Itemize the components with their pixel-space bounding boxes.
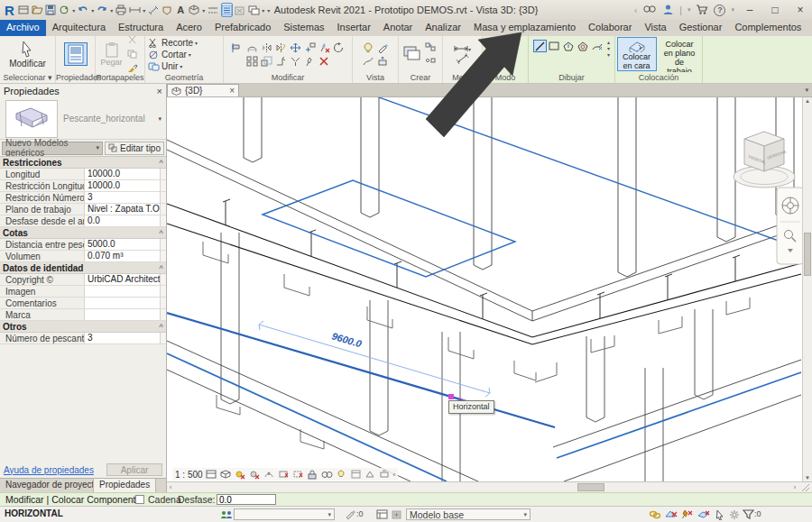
tab-estructura[interactable]: Estructura [112, 20, 170, 36]
undo-icon[interactable] [78, 3, 89, 17]
type-name[interactable]: Pescante_horizontal [63, 114, 158, 124]
visual-style-icon[interactable] [220, 469, 232, 480]
close-hidden-windows-icon[interactable] [235, 3, 246, 17]
thin-lines-icon[interactable] [221, 3, 233, 17]
rendering-dialog-icon[interactable] [263, 469, 275, 480]
unir-button[interactable]: Unir▾ [148, 60, 182, 72]
hide-elements-icon[interactable] [361, 41, 375, 54]
save-icon[interactable] [45, 3, 57, 17]
dimension-text[interactable]: 9600.0 [330, 330, 364, 349]
create-group-icon[interactable] [403, 44, 421, 64]
panel-label-seleccionar[interactable]: Seleccionar ▾ [0, 72, 55, 83]
tab-prefabricado[interactable]: Prefabricado [208, 20, 277, 36]
override-graphics-icon[interactable] [375, 41, 390, 54]
detail-level-icon[interactable] [206, 469, 217, 480]
measure-icon[interactable] [129, 3, 141, 17]
panel-label-modificar[interactable]: Modificar [224, 72, 352, 83]
scroll-left-icon[interactable]: ‹ [170, 482, 171, 492]
property-value[interactable] [84, 309, 161, 320]
scroll-down-icon[interactable]: ▼ [805, 475, 810, 481]
maximize-button[interactable]: □ [765, 2, 785, 18]
active-workset-dropdown[interactable]: ▾ [234, 508, 335, 520]
properties-close-icon[interactable]: × [157, 86, 162, 96]
scroll-right-icon[interactable]: › [794, 482, 796, 492]
draw-rectangle-tool[interactable] [548, 40, 561, 52]
draw-pick-lines-tool[interactable] [591, 40, 604, 52]
property-value[interactable]: Nivel : Zapata T.O [84, 204, 161, 215]
panel-label-portapapeles[interactable]: Portapapeles [96, 72, 144, 83]
tab-archivo[interactable]: Archivo [0, 20, 46, 36]
chain-checkbox[interactable] [135, 495, 144, 504]
copy-icon[interactable] [125, 48, 140, 61]
undo-dropdown-icon[interactable]: ▾ [90, 7, 96, 14]
draw-expand-icon[interactable]: ▾ [607, 52, 610, 59]
design-option-dropdown[interactable]: Modelo base▾ [406, 508, 531, 520]
panel-label-propiedades[interactable]: Propiedades [56, 72, 95, 83]
property-value[interactable]: 10000.0 [84, 180, 161, 191]
temporary-view-properties-icon[interactable] [350, 469, 362, 480]
property-value[interactable]: 3 [84, 333, 161, 343]
horizontal-scroll-thumb[interactable] [577, 483, 604, 491]
section-restricciones[interactable]: Restricciones^ [0, 157, 166, 169]
view-tab-menu-icon[interactable]: ▾ [801, 84, 812, 96]
lock-3d-view-icon[interactable] [307, 469, 318, 480]
section-datos-de-identidad[interactable]: Datos de identidad^ [0, 262, 166, 274]
help-icon[interactable]: ? [714, 5, 725, 16]
constraints-icon[interactable] [379, 469, 391, 480]
cortar-button[interactable]: Cortar▾ [148, 49, 191, 60]
scale-button[interactable]: 1 : 500 [175, 470, 203, 480]
edit-type-button[interactable]: Editar tipo [105, 142, 164, 155]
close-button[interactable]: × [790, 2, 810, 18]
linework-icon[interactable] [361, 54, 375, 68]
colocar-en-plano-button[interactable]: Colocar en plano de trabajo [659, 37, 701, 71]
design-options-icon[interactable] [375, 508, 389, 520]
cargar-familia-icon[interactable] [494, 43, 516, 65]
property-value[interactable]: 10000.0 [84, 169, 161, 179]
resize-grip-icon[interactable] [802, 484, 810, 491]
search-icon[interactable] [642, 4, 657, 17]
vertical-scrollbar[interactable]: ▲ ▼ [802, 97, 812, 481]
print-icon[interactable] [115, 3, 127, 17]
filter-icon[interactable] [742, 508, 755, 520]
tab-complementos[interactable]: Complementos [728, 20, 807, 36]
measure-between-icon[interactable] [456, 53, 470, 64]
worksets-icon[interactable] [219, 508, 233, 520]
property-value[interactable] [84, 298, 161, 308]
match-properties-icon[interactable] [125, 62, 140, 73]
revit-logo-icon[interactable]: R [2, 3, 17, 18]
select-underlay-icon[interactable] [664, 508, 678, 520]
tab-sistemas[interactable]: Sistemas [277, 20, 330, 36]
horizontal-scrollbar[interactable]: ‹ › [167, 481, 812, 492]
chain-label[interactable]: Cadena [148, 494, 181, 505]
search-collapse-icon[interactable]: ‹ [634, 5, 637, 15]
app-store-icon[interactable] [696, 4, 708, 17]
sun-path-off-icon[interactable] [235, 469, 246, 480]
property-value[interactable]: 0.070 m³ [84, 251, 161, 261]
redo-icon[interactable] [97, 3, 108, 17]
panel-label-medir[interactable]: Medir [443, 72, 482, 83]
property-value[interactable]: 5000.0 [84, 239, 161, 250]
selection-settings-icon[interactable] [727, 508, 741, 520]
section-otros[interactable]: Otros^ [0, 321, 166, 333]
panel-label-colocacion[interactable]: Colocación [615, 72, 702, 83]
select-by-face-icon[interactable] [697, 508, 710, 520]
measure-dropdown-icon[interactable]: ▾ [142, 7, 147, 14]
drag-on-selection-icon[interactable] [713, 508, 726, 520]
pegar-button[interactable]: Pegar [100, 41, 122, 67]
draw-scroll-up-icon[interactable]: ▴ [607, 40, 610, 46]
scroll-up-icon[interactable]: ▲ [805, 98, 810, 104]
default-3d-view-icon[interactable] [189, 3, 200, 17]
pin-disabled-icon[interactable] [317, 41, 331, 54]
tab-vista[interactable]: Vista [638, 20, 672, 36]
recorte-button[interactable]: Recorte▾ [148, 37, 198, 49]
draw-scroll-down-icon[interactable]: ▾ [607, 46, 610, 52]
temporary-hide-isolate-icon[interactable] [321, 469, 333, 480]
colocar-en-cara-button[interactable]: Colocar en cara [617, 37, 657, 71]
panel-label-modo[interactable]: Modo [483, 72, 528, 83]
tab-analizar[interactable]: Analizar [419, 20, 467, 36]
minimize-button[interactable]: – [740, 2, 760, 18]
tab-anotar[interactable]: Anotar [377, 20, 419, 36]
mirror-axis-icon[interactable] [259, 41, 273, 54]
section-cotas[interactable]: Cotas^ [0, 227, 166, 239]
qat-customize-icon[interactable]: ▾ [266, 7, 272, 14]
